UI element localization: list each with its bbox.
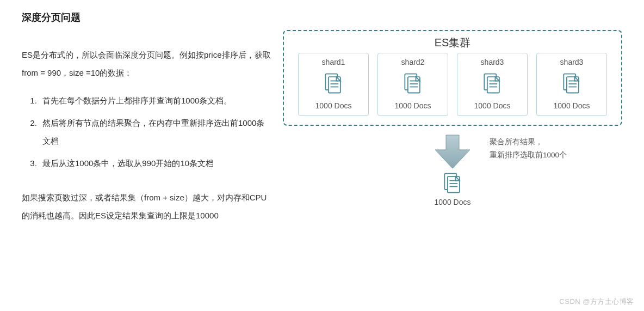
arrow-label-line: 重新排序选取前1000个 bbox=[490, 149, 567, 162]
step-item: 首先在每个数据分片上都排序并查询前1000条文档。 bbox=[39, 92, 272, 109]
documents-icon bbox=[480, 72, 504, 96]
shard-card: shard2 1000 Docs bbox=[377, 53, 448, 116]
arrow-down-icon bbox=[431, 132, 474, 170]
intro-text: ES是分布式的，所以会面临深度分页问题。例如按price排序后，获取from =… bbox=[22, 46, 272, 82]
result-box: 1000 Docs bbox=[283, 172, 622, 206]
steps-list: 首先在每个数据分片上都排序并查询前1000条文档。 然后将所有节点的结果聚合，在… bbox=[22, 92, 272, 172]
note-text: 如果搜索页数过深，或者结果集（from + size）越大，对内存和CPU的消耗… bbox=[22, 188, 272, 224]
result-doc-count: 1000 Docs bbox=[283, 198, 622, 206]
shard-name: shard3 bbox=[539, 58, 604, 66]
documents-icon bbox=[401, 72, 425, 96]
page-title: 深度分页问题 bbox=[22, 11, 272, 24]
shard-card: shard3 1000 Docs bbox=[536, 53, 607, 116]
arrow-label-line: 聚合所有结果， bbox=[490, 136, 567, 149]
doc-count: 1000 Docs bbox=[460, 101, 525, 110]
shard-card: shard3 1000 Docs bbox=[457, 53, 528, 116]
cluster-title: ES集群 bbox=[284, 35, 621, 50]
shard-name: shard1 bbox=[301, 58, 366, 66]
step-item: 最后从这1000条中，选取从990开始的10条文档 bbox=[39, 154, 272, 172]
doc-count: 1000 Docs bbox=[301, 101, 366, 110]
cluster-box: ES集群 shard1 1000 Docs shard2 bbox=[283, 30, 622, 126]
documents-icon bbox=[441, 172, 465, 196]
doc-count: 1000 Docs bbox=[539, 101, 604, 110]
shard-card: shard1 1000 Docs bbox=[298, 53, 369, 116]
watermark: CSDN @方方土心博客 bbox=[559, 297, 634, 307]
doc-count: 1000 Docs bbox=[380, 101, 445, 110]
step-item: 然后将所有节点的结果聚合，在内存中重新排序选出前1000条文档 bbox=[39, 114, 272, 150]
arrow-label: 聚合所有结果， 重新排序选取前1000个 bbox=[490, 136, 567, 162]
documents-icon bbox=[560, 72, 584, 96]
svg-marker-24 bbox=[435, 135, 470, 168]
documents-icon bbox=[321, 72, 345, 96]
shard-name: shard3 bbox=[460, 58, 525, 66]
shard-name: shard2 bbox=[380, 58, 445, 66]
